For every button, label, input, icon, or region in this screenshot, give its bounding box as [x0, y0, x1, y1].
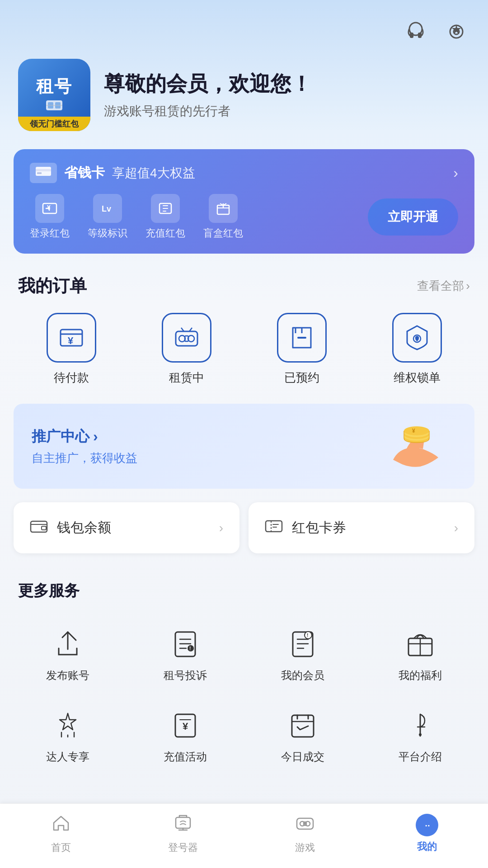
svg-point-28 [404, 426, 429, 435]
wallet-balance-label: 钱包余额 [57, 519, 111, 537]
order-label-pending: 待付款 [54, 370, 89, 386]
service-label-vip: 达人专享 [46, 750, 89, 764]
wallet-balance-arrow: › [219, 521, 223, 535]
promo-text: 推广中心 › 自主推广，获得收益 [32, 427, 137, 466]
my-membership-icon: ! [285, 626, 321, 662]
svg-text:!: ! [307, 633, 308, 638]
nav-home-label: 首页 [51, 841, 71, 854]
open-btn[interactable]: 立即开通 [368, 198, 458, 236]
card-icon [30, 163, 57, 183]
svg-rect-2 [418, 33, 422, 38]
nav-login-device-label: 登号器 [168, 841, 198, 854]
order-label-dispute: 维权锁单 [394, 370, 441, 386]
settings-icon[interactable] [443, 18, 470, 45]
service-label-complaint: 租号投诉 [164, 668, 207, 683]
logo-text: 租号 [36, 78, 72, 95]
logo-icons [45, 99, 63, 112]
today-deals-icon [285, 707, 321, 743]
nav-games-label: 游戏 [295, 841, 315, 854]
service-label-publish: 发布账号 [46, 668, 89, 683]
wallet-icon [30, 518, 48, 538]
svg-rect-10 [36, 169, 51, 171]
service-label-recharge: 充值活动 [164, 750, 207, 764]
nav-home[interactable]: 首页 [25, 813, 97, 854]
order-item-dispute[interactable]: 维权锁单 [392, 313, 442, 386]
service-benefits[interactable]: 我的福利 [361, 615, 479, 696]
welcome-sub: 游戏账号租赁的先行者 [104, 103, 312, 120]
benefit-blind-box: 盲盒红包 [203, 194, 243, 240]
header-section: 租号 领无门槛红包 尊敬的会员，欢迎您！ 游戏账号租赁的先行者 [0, 50, 488, 145]
savings-benefits: ¥ 登录红包 Lv 等级标识 [30, 194, 458, 240]
service-about[interactable]: 平台介绍 [361, 696, 479, 778]
svg-text:¥: ¥ [68, 335, 74, 346]
service-complaint[interactable]: ! 租号投诉 [127, 615, 244, 696]
order-item-renting[interactable]: 租赁中 [162, 313, 211, 386]
app-logo: 租号 领无门槛红包 [18, 59, 90, 131]
promo-banner[interactable]: 推广中心 › 自主推广，获得收益 ¥ [14, 404, 474, 489]
svg-rect-22 [185, 336, 188, 341]
benefits-icons: ¥ 登录红包 Lv 等级标识 [30, 194, 368, 240]
games-icon [295, 813, 315, 837]
welcome-title: 尊敬的会员，欢迎您！ [104, 70, 312, 98]
wallet-balance-card[interactable]: 钱包余额 › [14, 502, 239, 553]
wallet-balance-left: 钱包余额 [30, 518, 111, 538]
top-bar [0, 0, 488, 50]
svg-text:¥: ¥ [183, 721, 188, 732]
logo-badge: 领无门槛红包 [18, 117, 90, 131]
savings-title-text: 享超值4大权益 [112, 165, 195, 182]
coupon-card[interactable]: 红包卡券 › [249, 502, 474, 553]
nav-mine[interactable]: 我的 [391, 814, 463, 854]
order-icon-dispute [392, 313, 442, 363]
svg-text:¥: ¥ [47, 204, 51, 211]
order-item-reserved[interactable]: 已预约 [277, 313, 327, 386]
benefit-label-1: 登录红包 [30, 226, 70, 240]
order-icon-pending: ¥ [47, 313, 96, 363]
nav-games[interactable]: 游戏 [269, 813, 341, 854]
svg-rect-44 [176, 817, 190, 828]
service-publish-account[interactable]: 发布账号 [9, 615, 127, 696]
savings-card-label: 省钱卡 享超值4大权益 [30, 163, 195, 183]
order-label-renting: 租赁中 [169, 370, 204, 386]
login-device-icon [173, 813, 193, 837]
service-vip[interactable]: 达人专享 [9, 696, 127, 778]
promo-illustration: ¥ [384, 419, 456, 473]
savings-arrow: › [453, 165, 458, 181]
svg-point-43 [419, 733, 422, 736]
svg-rect-1 [410, 33, 413, 38]
benefit-level: Lv 等级标识 [88, 194, 127, 240]
savings-card-name: 省钱卡 [64, 164, 105, 182]
mine-active-dot [416, 814, 438, 836]
service-label-benefits: 我的福利 [399, 668, 442, 683]
service-today-deals[interactable]: 今日成交 [244, 696, 361, 778]
home-icon [51, 813, 71, 837]
benefit-recharge: 充值红包 [145, 194, 185, 240]
benefit-icon-2: Lv [93, 194, 122, 223]
svg-text:¥: ¥ [412, 428, 415, 434]
benefit-label-2: 等级标识 [88, 226, 127, 240]
vip-icon [50, 707, 86, 743]
orders-title: 我的订单 [18, 274, 87, 297]
savings-banner[interactable]: 省钱卡 享超值4大权益 › ¥ 登录红包 [14, 149, 474, 254]
benefit-login-redpacket: ¥ 登录红包 [30, 194, 70, 240]
service-label-today-deals: 今日成交 [281, 750, 324, 764]
order-icon-reserved [277, 313, 327, 363]
more-services-title: 更多服务 [0, 571, 488, 615]
promo-subtitle: 自主推广，获得收益 [32, 450, 137, 466]
benefit-icon-3 [151, 194, 180, 223]
headset-icon[interactable] [402, 18, 429, 45]
svg-rect-32 [266, 521, 282, 532]
service-my-membership[interactable]: ! 我的会员 [244, 615, 361, 696]
coupon-left: 红包卡券 [265, 518, 346, 538]
svg-rect-31 [42, 526, 46, 530]
header-text: 尊敬的会员，欢迎您！ 游戏账号租赁的先行者 [104, 70, 312, 120]
complaint-icon: ! [167, 626, 203, 662]
service-recharge[interactable]: ¥ 充值活动 [127, 696, 244, 778]
nav-login-device[interactable]: 登号器 [147, 813, 219, 854]
benefits-icon [402, 626, 438, 662]
order-item-pending[interactable]: ¥ 待付款 [47, 313, 96, 386]
view-all-link[interactable]: 查看全部 › [417, 278, 470, 294]
order-icon-renting [162, 313, 211, 363]
order-label-reserved: 已预约 [284, 370, 319, 386]
services-grid: 发布账号 ! 租号投诉 ! 我的会员 [0, 615, 488, 778]
orders-grid: ¥ 待付款 租赁中 已预约 [0, 308, 488, 404]
